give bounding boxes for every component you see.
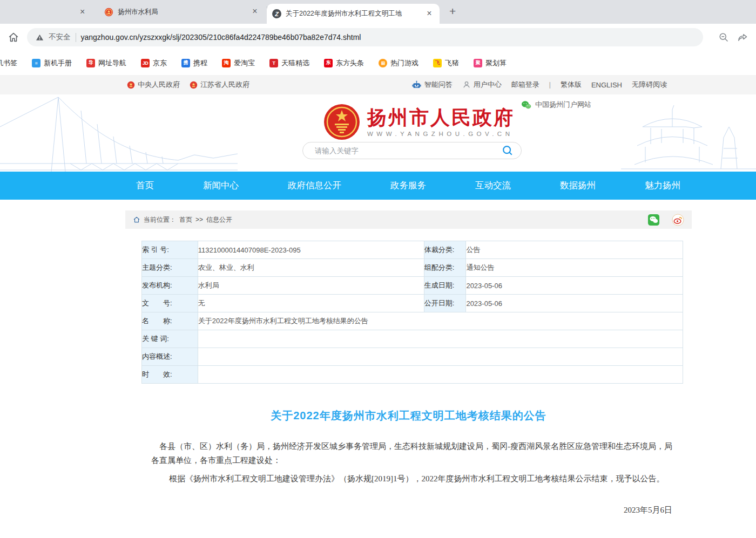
search-icon[interactable] bbox=[502, 145, 514, 156]
wechat-share-icon[interactable] bbox=[647, 214, 660, 226]
meta-value: 通知公告 bbox=[466, 259, 683, 277]
meta-label: 内容概述: bbox=[142, 348, 198, 366]
meta-label: 主题分类: bbox=[142, 259, 198, 277]
search-input[interactable] bbox=[303, 147, 502, 155]
home-icon[interactable] bbox=[8, 31, 19, 43]
link-english-version[interactable]: ENGLISH bbox=[591, 81, 622, 89]
nav-data[interactable]: 数据扬州 bbox=[560, 180, 596, 192]
link-traditional-version[interactable]: 繁体版 bbox=[561, 80, 582, 90]
bookmark-item[interactable]: ≡ 新机手册 bbox=[28, 58, 76, 68]
robot-icon bbox=[411, 80, 422, 90]
tab-title: 扬州市水利局 bbox=[118, 8, 246, 17]
article-paragraph: 根据《扬州市水利工程文明工地建设管理办法》（扬水规[2019]1号），2022年… bbox=[151, 472, 672, 486]
meta-label: 关 键 词: bbox=[142, 330, 198, 348]
toutiao-icon: 东 bbox=[324, 59, 333, 67]
close-icon[interactable]: × bbox=[80, 7, 85, 17]
bookmark-label: 天猫精选 bbox=[281, 58, 309, 68]
nav-charm[interactable]: 魅力扬州 bbox=[645, 180, 680, 192]
bookmark-item[interactable]: 飞 飞猪 bbox=[429, 58, 463, 68]
meta-label: 生成日期: bbox=[424, 277, 466, 295]
jd-icon: JD bbox=[141, 59, 150, 67]
weibo-share-icon[interactable] bbox=[672, 214, 684, 226]
link-mail-login[interactable]: 邮箱登录 bbox=[511, 80, 539, 90]
gov-top-bar: 中央人民政府 江苏省人民政府 智能问答 用户中心 邮箱登录 bbox=[0, 75, 756, 94]
tab-title: 关于2022年度扬州市水利工程文明工地 bbox=[286, 9, 420, 18]
nav-interaction[interactable]: 互动交流 bbox=[475, 180, 511, 192]
table-row: 主题分类: 农业、林业、水利 组配分类: 通知公告 bbox=[142, 259, 683, 277]
gov-emblem-favicon bbox=[104, 8, 113, 17]
article-paragraph: 各县（市、区）水利（务）局，扬州经济开发区城乡事务管理局，生态科技新城规划建设局… bbox=[151, 439, 672, 467]
fliggy-icon: 飞 bbox=[433, 59, 442, 67]
bookmark-label: 爱淘宝 bbox=[234, 58, 255, 68]
site-logo[interactable]: 扬州市人民政府 WWW.YANGZHOU.GOV.CN bbox=[323, 103, 515, 141]
close-icon[interactable]: × bbox=[250, 7, 260, 17]
bookmark-item[interactable]: ⊞ 热门游戏 bbox=[375, 58, 422, 68]
bookmark-item[interactable]: 东 东方头条 bbox=[320, 58, 368, 68]
bookmark-label: 新机手册 bbox=[44, 58, 72, 68]
pavilion-line-art bbox=[621, 94, 756, 172]
breadcrumb: 当前位置： 首页 >> 信息公开 bbox=[125, 210, 692, 229]
link-accessibility[interactable]: 无障碍阅读 bbox=[632, 80, 667, 90]
share-icon[interactable] bbox=[737, 32, 748, 43]
meta-label: 时 效: bbox=[142, 366, 198, 384]
nav-services[interactable]: 政务服务 bbox=[390, 180, 426, 192]
link-user-center[interactable]: 用户中心 bbox=[462, 80, 502, 90]
nav-home[interactable]: 首页 bbox=[136, 180, 154, 192]
link-jiangsu-gov[interactable]: 江苏省人民政府 bbox=[190, 80, 249, 90]
nav-info-disclosure[interactable]: 政府信息公开 bbox=[288, 180, 341, 192]
bookmark-label: 京东 bbox=[153, 58, 167, 68]
breadcrumb-home-link[interactable]: 首页 bbox=[179, 215, 192, 224]
bookmark-item[interactable]: JD 京东 bbox=[137, 58, 171, 68]
table-row: 内容概述: bbox=[142, 348, 683, 366]
link-label: 中央人民政府 bbox=[138, 80, 180, 90]
juhuasuan-icon: 聚 bbox=[474, 59, 482, 67]
bridge-line-art bbox=[0, 94, 238, 172]
games-icon: ⊞ bbox=[379, 59, 387, 67]
link-label: 邮箱登录 bbox=[511, 80, 539, 90]
bookmark-label: 携程 bbox=[193, 58, 207, 68]
tmall-icon: T bbox=[269, 59, 278, 67]
new-tab-button[interactable]: + bbox=[449, 5, 456, 18]
meta-label: 名 称: bbox=[142, 312, 198, 330]
close-icon[interactable]: × bbox=[424, 9, 434, 19]
article-body: 各县（市、区）水利（务）局，扬州经济开发区城乡事务管理局，生态科技新城规划建设局… bbox=[125, 439, 692, 538]
meta-value: 11321000014407098E-2023-095 bbox=[198, 241, 424, 259]
divider: | bbox=[549, 81, 551, 88]
breadcrumb-current: 信息公开 bbox=[206, 215, 232, 224]
not-secure-icon bbox=[36, 33, 44, 42]
wechat-icon bbox=[521, 100, 531, 110]
meta-value: 公告 bbox=[466, 241, 683, 259]
bookmark-label: 东方头条 bbox=[336, 58, 364, 68]
tab-water-bureau[interactable]: 扬州市水利局 × bbox=[99, 0, 265, 24]
link-label: 繁体版 bbox=[561, 80, 582, 90]
meta-value bbox=[198, 366, 683, 384]
link-central-gov[interactable]: 中央人民政府 bbox=[127, 80, 180, 90]
meta-label: 文 号: bbox=[142, 295, 198, 312]
bookmark-item[interactable]: 聚 聚划算 bbox=[470, 58, 510, 68]
link-label: 无障碍阅读 bbox=[632, 80, 667, 90]
user-icon bbox=[462, 80, 471, 89]
meta-label: 索 引 号: bbox=[142, 241, 198, 259]
meta-value: 无 bbox=[198, 295, 424, 312]
national-emblem-icon bbox=[323, 103, 361, 141]
bookmark-item[interactable]: 淘 爱淘宝 bbox=[218, 58, 259, 68]
meta-label: 公开日期: bbox=[424, 295, 466, 312]
bookmark-item[interactable]: 携 携程 bbox=[178, 58, 211, 68]
bookmark-label: 机书签 bbox=[0, 58, 17, 68]
bookmark-item[interactable]: 机书签 bbox=[0, 58, 21, 68]
zoom-out-icon[interactable] bbox=[718, 32, 730, 43]
bookmark-item[interactable]: T 天猫精选 bbox=[266, 58, 313, 68]
link-smart-qa[interactable]: 智能问答 bbox=[411, 80, 453, 90]
table-row: 名 称: 关于2022年度扬州市水利工程文明工地考核结果的公告 bbox=[142, 312, 683, 330]
link-label: 江苏省人民政府 bbox=[200, 80, 249, 90]
link-label: 智能问答 bbox=[424, 80, 453, 90]
portal-link[interactable]: 中国扬州门户网站 bbox=[521, 100, 591, 110]
address-bar[interactable]: 不安全 yangzhou.gov.cn/yzszxxgk/slj/202305/… bbox=[27, 28, 703, 46]
bookmark-item[interactable]: 导 网址导航 bbox=[83, 58, 130, 68]
url-text[interactable]: yangzhou.gov.cn/yzszxxgk/slj/202305/210c… bbox=[81, 33, 361, 42]
table-row: 发布机构: 水利局 生成日期: 2023-05-06 bbox=[142, 277, 683, 295]
site-header: 扬州市人民政府 WWW.YANGZHOU.GOV.CN 中国扬州门户网站 bbox=[0, 94, 756, 172]
gov-emblem-icon bbox=[127, 81, 135, 89]
tab-active-document[interactable]: Z 关于2022年度扬州市水利工程文明工地 × bbox=[267, 4, 440, 24]
nav-news[interactable]: 新闻中心 bbox=[203, 180, 239, 192]
